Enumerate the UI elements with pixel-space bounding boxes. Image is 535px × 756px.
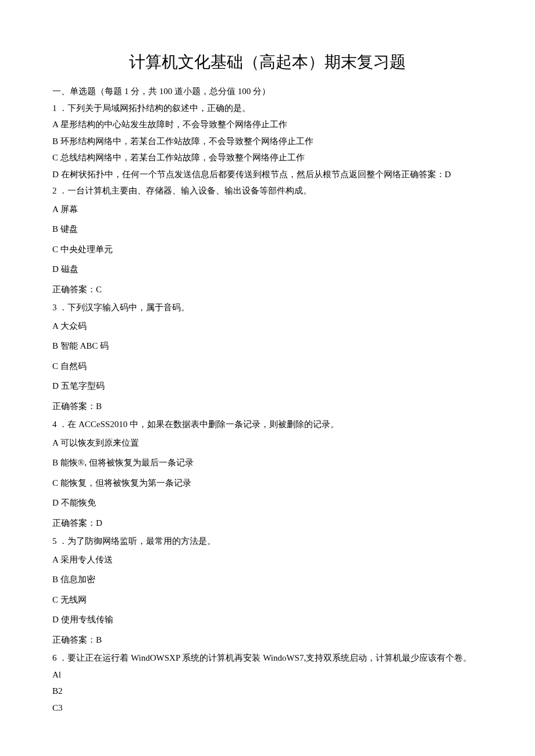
q3-answer: 正确答案：B [52, 396, 483, 417]
q5-stem: 5 ．为了防御网络监听，最常用的方法是。 [52, 533, 483, 550]
q2-option-a: A 屏幕 [52, 199, 483, 220]
q4-option-d: D 不能恢免 [52, 493, 483, 513]
q1-option-a: A 星形结构的中心站发生故障时，不会导致整个网络停止工作 [52, 116, 483, 133]
page-title: 计算机文化基础（高起本）期末复习题 [52, 46, 483, 77]
q3-option-c: C 自然码 [52, 356, 483, 377]
q4-option-a: A 可以恢友到原来位置 [52, 433, 483, 453]
q2-option-d: D 磁盘 [52, 259, 483, 280]
q1-option-b: B 环形结构网络中，若某台工作站故障，不会导致整个网络停止工作 [52, 133, 483, 150]
q1-option-d: D 在树状拓扑中，任何一个节点发送信息后都要传送到根节点，然后从根节点返回整个网… [52, 166, 483, 183]
q4-answer: 正确答案：D [52, 513, 483, 533]
q3-option-b: B 智能 ABC 码 [52, 336, 483, 356]
q6-option-c: C3 [52, 700, 483, 716]
q4-stem: 4 ．在 ACCeSS2010 中，如果在数据表中删除一条记录，则被删除的记录。 [52, 416, 483, 433]
q6-option-a: Al [52, 667, 483, 683]
q4-option-b: B 能恢®, 但将被恢复为最后一条记录 [52, 453, 483, 473]
q6-option-b: B2 [52, 683, 483, 700]
q3-stem: 3 ．下列汉字输入码中，属于音码。 [52, 299, 483, 316]
q2-option-b: B 键盘 [52, 219, 483, 239]
section-header: 一、单选题（每题 1 分，共 100 道小题，总分值 100 分） [52, 83, 483, 100]
q2-option-c: C 中央处理单元 [52, 239, 483, 260]
q3-option-a: A 大众码 [52, 316, 483, 336]
q2-answer: 正确答案：C [52, 280, 483, 300]
q5-answer: 正确答案：B [52, 630, 483, 650]
q1-stem: 1 ．下列关于局域网拓扑结构的叙述中，正确的是。 [52, 100, 483, 117]
q5-option-c: C 无线网 [52, 590, 483, 610]
q1-option-c: C 总线结构网络中，若某台工作站故障，会导致整个网络停止工作 [52, 149, 483, 166]
q4-option-c: C 能恢复，但将被恢复为第一条记录 [52, 473, 483, 493]
q3-option-d: D 五笔字型码 [52, 376, 483, 396]
q5-option-b: B 信息加密 [52, 569, 483, 590]
q5-option-a: A 采用专人传送 [52, 550, 483, 570]
q2-stem: 2 ．一台计算机主要由、存储器、输入设备、输出设备等部件构成。 [52, 182, 483, 199]
q6-stem: 6 ．要让正在运行着 WindOWSXP 系统的计算机再安装 WindoWS7,… [52, 650, 483, 667]
q5-option-d: D 使用专线传输 [52, 610, 483, 630]
